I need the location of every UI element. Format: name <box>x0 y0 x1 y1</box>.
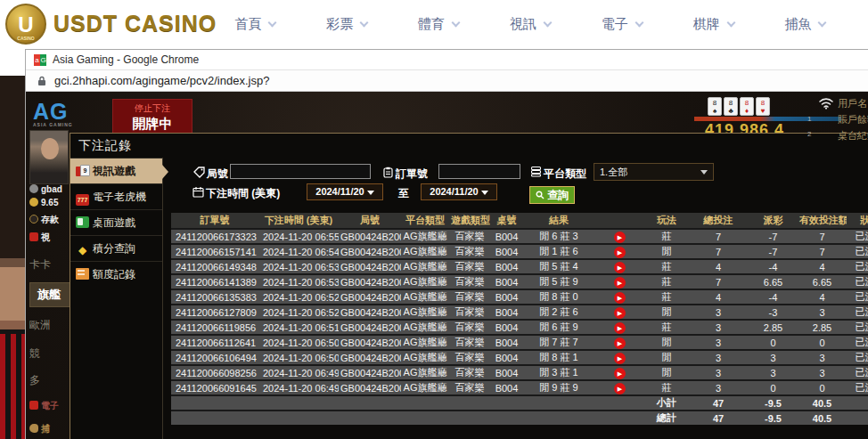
play-video-button[interactable]: ▶ <box>614 383 626 394</box>
summary-cell: 47 <box>688 395 749 411</box>
cell: AG旗艦廳 <box>401 289 449 305</box>
bet-record-modal: 下注記錄 視訊遊戲777電子老虎機桌面遊戲◆積分查詢額度記錄 局號 訂單號 平台… <box>70 133 868 439</box>
playing-card: 8♦ <box>740 97 754 116</box>
nav-item-7[interactable]: 捕魚 <box>784 16 825 33</box>
platform-select[interactable]: 1.全部 <box>594 163 714 181</box>
date-from-picker[interactable]: 2024/11/20 <box>307 183 383 200</box>
cell: ▶ <box>594 320 645 335</box>
subtotal-row: 小計47-9.540.5 <box>171 395 868 411</box>
modal-menu-item-diamond[interactable]: ◆積分查詢 <box>70 235 162 261</box>
cell: 莊 <box>645 289 688 305</box>
status-stop-betting: 停止下注 <box>113 102 192 115</box>
summary-cell <box>490 395 523 411</box>
cell: 241120066157141 <box>171 244 258 259</box>
modal-menu-item-doc[interactable]: 額度記錄 <box>70 261 162 287</box>
sidebar-item-kaka[interactable]: 卡卡 <box>29 257 70 272</box>
cell: GB00424B200HI <box>339 289 401 305</box>
modal-title: 下注記錄 <box>78 138 132 154</box>
table-row: 2411200661493482024-11-20 06:53:57GB0042… <box>171 259 868 274</box>
user-panel-line: 用戶名 <box>838 97 867 110</box>
sidebar-item-fishing[interactable]: 捕 <box>29 423 70 435</box>
sidebar-item-jing[interactable]: 競 <box>29 346 70 362</box>
cell: B004 <box>490 380 523 395</box>
cell: 241120066112641 <box>171 335 258 350</box>
cell: ▶ <box>594 274 645 289</box>
cell: 已派彩 <box>847 350 868 365</box>
cell: 0 <box>798 380 847 395</box>
play-video-button[interactable]: ▶ <box>614 353 626 364</box>
play-video-button[interactable]: ▶ <box>614 307 626 319</box>
modal-menu-item-table[interactable]: 桌面遊戲 <box>70 209 162 235</box>
play-video-button[interactable]: ▶ <box>614 368 626 379</box>
diamond-icon: ◆ <box>76 245 89 256</box>
cell: 0 <box>749 380 798 395</box>
sidebar-item-slots[interactable]: 電子 <box>29 400 70 412</box>
address-bar[interactable]: gci.2hhapi.com/agingame/pcv2/index.jsp? <box>26 70 868 92</box>
nav-item-2[interactable]: 彩票 <box>326 16 367 33</box>
cell: 百家樂 <box>449 274 490 289</box>
date-to-picker[interactable]: 2024/11/20 <box>421 183 497 200</box>
column-header: 總投注 <box>688 213 749 229</box>
cell: 2024-11-20 06:50:24 <box>258 350 339 365</box>
chrome-popup-window: aG Asia Gaming - Google Chrome gci.2hhap… <box>25 49 868 439</box>
cell: 百家樂 <box>449 335 490 350</box>
sidebar-item-multi[interactable]: 多 <box>29 373 70 388</box>
brand-title[interactable]: USDT CASINO <box>53 11 217 37</box>
play-video-button[interactable]: ▶ <box>614 322 626 334</box>
sidebar-item-flagship[interactable]: 旗艦 <box>29 282 70 307</box>
clipboard-icon <box>382 167 394 178</box>
modal-menu-label: 額度記錄 <box>93 268 135 280</box>
summary-cell <box>490 411 523 425</box>
sidebar-item-europe[interactable]: 歐洲 <box>29 318 70 333</box>
search-button[interactable]: 查詢 <box>529 186 575 204</box>
play-video-button[interactable]: ▶ <box>614 232 626 243</box>
cell: 已派彩 <box>847 365 868 380</box>
cell: AG旗艦廳 <box>401 380 449 395</box>
nav-item-1[interactable]: 首頁 <box>234 16 275 33</box>
cell: GB00424B200HK <box>339 259 401 274</box>
cell: 241120066141389 <box>171 274 258 289</box>
modal-menu-label: 積分查詢 <box>93 242 135 255</box>
modal-menu-item-cards[interactable]: 視訊遊戲 <box>70 158 162 183</box>
cell: 閒 <box>645 244 688 259</box>
cell: ▶ <box>594 259 645 274</box>
cell: 2024-11-20 06:53:57 <box>258 259 339 274</box>
window-titlebar[interactable]: aG Asia Gaming - Google Chrome <box>26 50 868 70</box>
column-header: 有效投注額 <box>798 213 847 229</box>
sidebar-item-video[interactable]: 視 <box>29 232 70 244</box>
play-video-button[interactable]: ▶ <box>614 292 626 304</box>
nav-item-4[interactable]: 視訊 <box>510 16 551 33</box>
ag-game-page: AG ASIA GAMING 停止下注 開牌中 8♠8♣8♦8♥ 419,986… <box>26 92 868 439</box>
cell: ▶ <box>594 380 645 395</box>
play-video-button[interactable]: ▶ <box>614 337 626 349</box>
column-header: 玩法 <box>645 213 688 229</box>
summary-cell <box>258 395 339 411</box>
cell: 241120066091645 <box>171 380 258 395</box>
play-video-button[interactable]: ▶ <box>614 247 626 258</box>
usdt-casino-logo-icon[interactable]: U CASINO <box>5 4 46 45</box>
modal-menu-label: 視訊遊戲 <box>93 165 135 177</box>
cell: 2024-11-20 06:49:09 <box>258 380 339 395</box>
cell: -3 <box>749 305 798 320</box>
summary-cell: -9.5 <box>749 411 798 425</box>
play-video-button[interactable]: ▶ <box>614 277 626 289</box>
round-input[interactable] <box>230 164 371 179</box>
nav-item-5[interactable]: 電子 <box>602 16 643 33</box>
play-video-button[interactable]: ▶ <box>614 262 626 273</box>
cell: B004 <box>490 229 523 244</box>
deposit-button[interactable]: 存款 <box>29 214 70 226</box>
table-header: 訂單號下注時間 (美東)局號平台類型遊戲類型桌號結果玩法總投注派彩有效投注額狀態 <box>171 213 868 229</box>
nav-label: 捕魚 <box>784 16 811 31</box>
modal-menu-item-slot[interactable]: 777電子老虎機 <box>70 183 162 209</box>
bet-records-table: 訂單號下注時間 (美東)局號平台類型遊戲類型桌號結果玩法總投注派彩有效投注額狀態… <box>171 213 868 425</box>
chevron-down-icon <box>544 19 553 28</box>
chevron-down-icon <box>635 19 643 28</box>
nav-item-6[interactable]: 棋牌 <box>693 16 734 33</box>
avatar[interactable] <box>29 130 69 184</box>
order-input[interactable] <box>438 164 520 179</box>
nav-label: 電子 <box>602 16 628 31</box>
nav-item-3[interactable]: 體育 <box>418 16 459 33</box>
column-header: 訂單號 <box>171 213 258 229</box>
cell: ▶ <box>594 229 645 244</box>
nav-label: 體育 <box>418 16 445 31</box>
